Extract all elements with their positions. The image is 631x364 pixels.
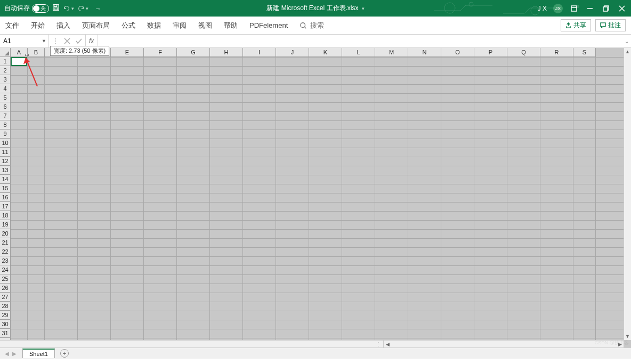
tab-help[interactable]: 帮助 [224, 21, 238, 30]
row-header[interactable]: 12 [0, 157, 11, 166]
column-header[interactable]: S [573, 48, 596, 57]
row-header[interactable]: 30 [0, 320, 11, 329]
row-header[interactable]: 25 [0, 274, 11, 284]
row-header[interactable]: 31 [0, 329, 11, 338]
column-header[interactable]: O [441, 48, 474, 57]
formula-input[interactable] [98, 35, 622, 47]
row-header[interactable]: 20 [0, 229, 11, 238]
tab-home[interactable]: 开始 [31, 21, 45, 30]
chevron-down-icon: ▼ [42, 38, 46, 44]
cancel-icon[interactable] [64, 38, 70, 44]
row-header[interactable]: 15 [0, 184, 11, 193]
sheet-nav-prev[interactable]: ◀ [3, 351, 11, 357]
select-all-corner[interactable] [0, 48, 11, 57]
share-button[interactable]: 共享 [561, 19, 591, 31]
column-header[interactable]: K [309, 48, 342, 57]
column-width-tooltip: 宽度: 2.73 (50 像素) [50, 46, 109, 56]
row-header[interactable]: 5 [0, 93, 11, 102]
row-header[interactable]: 8 [0, 120, 11, 130]
row-header[interactable]: 9 [0, 130, 11, 139]
share-icon [565, 22, 571, 28]
svg-rect-8 [603, 7, 608, 11]
ribbon: 文件 开始 插入 页面布局 公式 数据 审阅 视图 帮助 PDFelement … [0, 17, 631, 35]
tab-pagelayout[interactable]: 页面布局 [82, 21, 110, 30]
tab-formulas[interactable]: 公式 [122, 21, 135, 30]
cells-area[interactable] [11, 57, 624, 340]
tab-data[interactable]: 数据 [147, 21, 161, 30]
row-header[interactable]: 7 [0, 111, 11, 120]
horizontal-scrollbar[interactable]: ⋮ ◀ ▶ [0, 340, 624, 347]
row-header[interactable]: 29 [0, 311, 11, 320]
svg-rect-2 [54, 8, 58, 10]
column-header[interactable]: Q [507, 48, 540, 57]
row-header[interactable]: 17 [0, 202, 11, 211]
scroll-left-icon[interactable]: ◀ [384, 341, 391, 348]
sheet-tab-active[interactable]: Sheet1 [22, 349, 55, 358]
vertical-scrollbar[interactable]: ▲ ▼ [624, 48, 631, 340]
tab-file[interactable]: 文件 [5, 21, 19, 30]
search-box[interactable]: 搜索 [300, 21, 324, 30]
row-header[interactable]: 21 [0, 238, 11, 247]
column-header[interactable]: H [210, 48, 243, 57]
tab-view[interactable]: 视图 [198, 21, 212, 30]
watermark: CSDN @技术客 [595, 339, 629, 346]
row-header[interactable]: 6 [0, 102, 11, 111]
ribbon-display-options[interactable] [569, 4, 579, 13]
row-header[interactable]: 11 [0, 148, 11, 157]
user-name[interactable]: J X [538, 5, 547, 12]
tab-review[interactable]: 审阅 [173, 21, 187, 30]
row-header[interactable]: 22 [0, 247, 11, 256]
formula-expand[interactable]: ⌄ [622, 35, 631, 47]
redo-button[interactable]: ▾ [77, 5, 88, 12]
column-header[interactable]: G [177, 48, 210, 57]
column-header[interactable]: J [276, 48, 309, 57]
column-header[interactable]: N [408, 48, 441, 57]
column-header[interactable]: M [375, 48, 408, 57]
close-button[interactable] [617, 4, 627, 13]
row-header[interactable]: 10 [0, 139, 11, 148]
column-header[interactable]: R [540, 48, 573, 57]
scroll-down-icon[interactable]: ▼ [624, 333, 631, 340]
row-header[interactable]: 19 [0, 220, 11, 229]
row-header[interactable]: 18 [0, 211, 11, 220]
qat-customize[interactable]: ⇁ [96, 6, 100, 11]
name-box[interactable]: A1 ▼ [0, 35, 49, 47]
column-header[interactable]: P [474, 48, 507, 57]
row-header[interactable]: 26 [0, 284, 11, 293]
row-header[interactable]: 14 [0, 175, 11, 184]
maximize-button[interactable] [601, 4, 611, 13]
row-header[interactable]: 3 [0, 75, 11, 84]
minimize-button[interactable] [585, 4, 595, 13]
column-header[interactable]: I [243, 48, 276, 57]
row-header[interactable]: 1 [0, 57, 11, 66]
row-header[interactable]: 27 [0, 293, 11, 302]
spreadsheet-grid: 宽度: 2.73 (50 像素) ↔ ABCDEFGHIJKLMNOPQRS 1… [0, 48, 631, 347]
row-header[interactable]: 13 [0, 166, 11, 175]
row-header[interactable]: 28 [0, 302, 11, 311]
column-header[interactable]: E [111, 48, 144, 57]
row-header[interactable]: 4 [0, 84, 11, 93]
dropdown-icon[interactable]: ⋮ [52, 37, 59, 45]
title-dropdown[interactable]: ▾ [362, 6, 365, 11]
row-header[interactable]: 24 [0, 265, 11, 274]
save-button[interactable] [52, 4, 60, 13]
row-header[interactable]: 2 [0, 66, 11, 75]
tab-insert[interactable]: 插入 [56, 21, 70, 30]
column-header[interactable]: L [342, 48, 375, 57]
avatar[interactable]: JX [553, 4, 563, 13]
scroll-up-icon[interactable]: ▲ [624, 48, 631, 55]
sheet-nav-next[interactable]: ▶ [11, 351, 18, 357]
tab-pdfelement[interactable]: PDFelement [249, 21, 288, 29]
row-header[interactable]: 16 [0, 193, 11, 202]
add-sheet-button[interactable]: + [60, 349, 69, 358]
resize-cursor-icon: ↔ [23, 51, 30, 59]
comment-button[interactable]: 批注 [595, 19, 626, 31]
column-header[interactable]: F [144, 48, 177, 57]
row-header[interactable]: 23 [0, 256, 11, 265]
titlebar: 自动保存 关 ▾ ▾ ⇁ 新建 Microsoft Excel 工作表.xlsx… [0, 0, 631, 17]
undo-button[interactable]: ▾ [63, 5, 74, 12]
grip-icon[interactable]: ⋮ [0, 341, 384, 347]
enter-icon[interactable] [76, 38, 82, 44]
autosave-toggle[interactable]: 自动保存 关 [4, 4, 49, 13]
svg-point-4 [469, 2, 473, 6]
